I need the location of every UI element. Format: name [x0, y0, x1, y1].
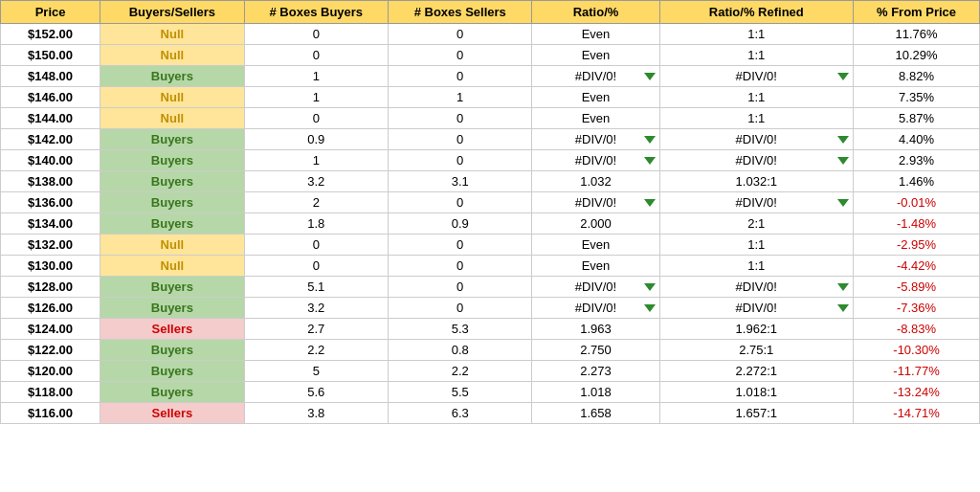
cell-from-price: -14.71%: [854, 403, 980, 424]
cell-boxes-sellers: 0: [389, 24, 532, 45]
table-row: $136.00Buyers20#DIV/0!#DIV/0!-0.01%: [1, 192, 980, 213]
cell-boxes-sellers: 0.8: [389, 340, 532, 361]
cell-boxes-sellers: 0: [389, 277, 532, 298]
cell-boxes-buyers: 5.6: [244, 382, 388, 403]
cell-ratio-refined: 1.032:1: [659, 171, 854, 192]
cell-buyers-sellers: Buyers: [100, 192, 244, 213]
cell-buyers-sellers: Sellers: [100, 319, 244, 340]
cell-price: $136.00: [1, 192, 100, 213]
cell-boxes-buyers: 2: [244, 192, 388, 213]
cell-ratio: #DIV/0!: [532, 150, 659, 171]
cell-ratio-refined: 1:1: [659, 87, 854, 108]
cell-ratio-refined: 1.962:1: [659, 319, 854, 340]
cell-price: $140.00: [1, 150, 100, 171]
cell-from-price: 4.40%: [854, 129, 980, 150]
header-from-price: % From Price: [854, 1, 980, 24]
cell-ratio: Even: [532, 256, 659, 277]
cell-boxes-buyers: 2.2: [244, 340, 388, 361]
cell-ratio-refined: #DIV/0!: [659, 298, 854, 319]
cell-boxes-buyers: 1.8: [244, 213, 388, 235]
cell-ratio-refined: 2.272:1: [659, 361, 854, 382]
cell-ratio: 1.658: [532, 403, 659, 424]
cell-ratio-refined: #DIV/0!: [659, 129, 854, 150]
cell-price: $128.00: [1, 277, 100, 298]
cell-price: $148.00: [1, 66, 100, 87]
cell-boxes-buyers: 0: [244, 256, 388, 277]
ratio-refined-arrow-icon: [837, 304, 849, 312]
table-row: $128.00Buyers5.10#DIV/0!#DIV/0!-5.89%: [1, 277, 980, 298]
cell-from-price: -5.89%: [854, 277, 980, 298]
cell-ratio-refined: #DIV/0!: [659, 277, 854, 298]
cell-ratio-refined: 2.75:1: [659, 340, 854, 361]
cell-ratio-refined: #DIV/0!: [659, 66, 854, 87]
table-row: $130.00Null00Even1:1-4.42%: [1, 256, 980, 277]
cell-price: $116.00: [1, 403, 100, 424]
ratio-refined-arrow-icon: [837, 199, 849, 207]
cell-from-price: 7.35%: [854, 87, 980, 108]
cell-boxes-sellers: 0: [389, 235, 532, 256]
cell-ratio: 2.000: [532, 213, 659, 235]
cell-buyers-sellers: Null: [100, 24, 244, 45]
cell-price: $146.00: [1, 87, 100, 108]
cell-boxes-buyers: 3.2: [244, 298, 388, 319]
cell-boxes-sellers: 0: [389, 256, 532, 277]
cell-ratio: Even: [532, 45, 659, 66]
table-row: $152.00Null00Even1:111.76%: [1, 24, 980, 45]
ratio-arrow-icon: [644, 136, 656, 144]
cell-ratio: 2.273: [532, 361, 659, 382]
ratio-arrow-icon: [644, 199, 656, 207]
cell-boxes-sellers: 0.9: [389, 213, 532, 235]
cell-price: $132.00: [1, 235, 100, 256]
cell-boxes-buyers: 1: [244, 150, 388, 171]
cell-boxes-sellers: 0: [389, 108, 532, 129]
cell-buyers-sellers: Buyers: [100, 171, 244, 192]
cell-ratio: 1.032: [532, 171, 659, 192]
cell-price: $122.00: [1, 340, 100, 361]
cell-from-price: 5.87%: [854, 108, 980, 129]
header-ratio: Ratio/%: [532, 1, 659, 24]
cell-ratio: Even: [532, 108, 659, 129]
cell-ratio: Even: [532, 24, 659, 45]
cell-ratio-refined: 1.657:1: [659, 403, 854, 424]
header-price: Price: [1, 1, 100, 24]
cell-boxes-buyers: 2.7: [244, 319, 388, 340]
table-row: $122.00Buyers2.20.82.7502.75:1-10.30%: [1, 340, 980, 361]
cell-ratio: Even: [532, 87, 659, 108]
main-table-container: Price Buyers/Sellers # Boxes Buyers # Bo…: [0, 0, 980, 424]
cell-ratio-refined: 1:1: [659, 235, 854, 256]
cell-boxes-buyers: 3.8: [244, 403, 388, 424]
cell-ratio: 1.963: [532, 319, 659, 340]
header-boxes-sellers: # Boxes Sellers: [389, 1, 532, 24]
table-row: $132.00Null00Even1:1-2.95%: [1, 235, 980, 256]
ratio-refined-arrow-icon: [837, 157, 849, 165]
table-row: $142.00Buyers0.90#DIV/0!#DIV/0!4.40%: [1, 129, 980, 150]
cell-price: $152.00: [1, 24, 100, 45]
cell-price: $150.00: [1, 45, 100, 66]
table-row: $120.00Buyers52.22.2732.272:1-11.77%: [1, 361, 980, 382]
cell-boxes-buyers: 0.9: [244, 129, 388, 150]
cell-ratio: #DIV/0!: [532, 298, 659, 319]
cell-boxes-sellers: 0: [389, 298, 532, 319]
cell-ratio: #DIV/0!: [532, 129, 659, 150]
cell-from-price: -0.01%: [854, 192, 980, 213]
cell-boxes-sellers: 5.3: [389, 319, 532, 340]
cell-buyers-sellers: Buyers: [100, 340, 244, 361]
cell-boxes-buyers: 0: [244, 45, 388, 66]
cell-price: $130.00: [1, 256, 100, 277]
cell-boxes-sellers: 3.1: [389, 171, 532, 192]
cell-boxes-buyers: 0: [244, 108, 388, 129]
table-row: $150.00Null00Even1:110.29%: [1, 45, 980, 66]
cell-ratio-refined: 1.018:1: [659, 382, 854, 403]
cell-from-price: -2.95%: [854, 235, 980, 256]
cell-boxes-sellers: 0: [389, 129, 532, 150]
table-row: $116.00Sellers3.86.31.6581.657:1-14.71%: [1, 403, 980, 424]
cell-buyers-sellers: Null: [100, 87, 244, 108]
cell-boxes-sellers: 0: [389, 66, 532, 87]
table-row: $118.00Buyers5.65.51.0181.018:1-13.24%: [1, 382, 980, 403]
cell-buyers-sellers: Buyers: [100, 361, 244, 382]
cell-buyers-sellers: Null: [100, 235, 244, 256]
cell-price: $134.00: [1, 213, 100, 235]
cell-buyers-sellers: Buyers: [100, 150, 244, 171]
ratio-arrow-icon: [644, 73, 656, 80]
cell-from-price: -8.83%: [854, 319, 980, 340]
